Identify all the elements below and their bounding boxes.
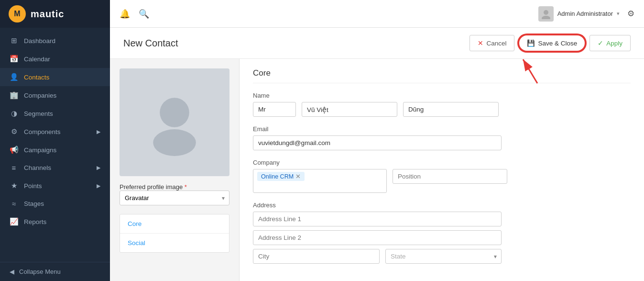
sidebar-item-segments[interactable]: ◑ Segments xyxy=(0,104,110,123)
dashboard-icon: ⊞ xyxy=(10,36,18,45)
state-select[interactable]: State xyxy=(385,249,502,264)
company-row: Online CRM ✕ xyxy=(253,169,631,193)
sidebar-label-dashboard: Dashboard xyxy=(24,37,55,45)
company-search-input[interactable] xyxy=(257,183,382,190)
sidebar-label-segments: Segments xyxy=(24,110,53,117)
sidebar-label-campaigns: Campaigns xyxy=(24,146,56,154)
page-title: New Contact xyxy=(123,38,178,49)
name-title-input[interactable] xyxy=(253,102,296,117)
save-close-wrapper: 💾 Save & Close xyxy=(518,34,586,52)
sidebar-label-reports: Reports xyxy=(24,218,46,225)
company-tag-input[interactable]: Online CRM ✕ xyxy=(253,169,387,193)
sidebar-item-campaigns[interactable]: 📢 Campaigns xyxy=(0,141,110,159)
svg-point-1 xyxy=(542,16,550,19)
address-label: Address xyxy=(253,202,631,209)
address-line1-input[interactable] xyxy=(253,212,502,226)
sidebar-item-calendar[interactable]: 📅 Calendar xyxy=(0,50,110,68)
sidebar-item-companies[interactable]: 🏢 Companies xyxy=(0,86,110,104)
name-last-input[interactable] xyxy=(403,102,499,117)
section-links: Core Social xyxy=(120,214,229,253)
cancel-label: Cancel xyxy=(486,40,506,47)
content-area: Preferred profile image * Gravatar ▾ Cor… xyxy=(110,59,644,281)
svg-point-5 xyxy=(153,129,196,156)
channels-arrow: ▶ xyxy=(97,165,100,171)
sidebar-item-channels[interactable]: ≡ Channels ▶ xyxy=(0,159,110,177)
sidebar-label-contacts: Contacts xyxy=(24,74,49,81)
save-icon: 💾 xyxy=(527,39,535,47)
companies-icon: 🏢 xyxy=(10,91,18,100)
gravatar-select[interactable]: Gravatar xyxy=(120,191,229,205)
sidebar-label-calendar: Calendar xyxy=(24,56,50,63)
gravatar-select-wrapper: Gravatar ▾ xyxy=(120,191,229,205)
components-icon: ⚙ xyxy=(10,127,18,136)
profile-image-group: Preferred profile image * Gravatar ▾ xyxy=(120,183,229,205)
collapse-label: Collapse Menu xyxy=(19,268,61,275)
name-label: Name xyxy=(253,92,631,99)
sidebar-nav: ⊞ Dashboard 📅 Calendar 👤 Contacts 🏢 Comp… xyxy=(0,28,110,262)
admin-name: Admin Administrator xyxy=(557,10,613,17)
name-group: Name xyxy=(253,92,631,117)
save-close-label: Save & Close xyxy=(538,40,577,47)
apply-button[interactable]: ✓ Apply xyxy=(589,35,631,51)
city-input[interactable] xyxy=(253,249,380,264)
points-icon: ★ xyxy=(10,181,18,190)
admin-user-button[interactable]: Admin Administrator ▾ xyxy=(538,6,620,22)
email-group: Email xyxy=(253,125,631,150)
cancel-button[interactable]: ✕ Cancel xyxy=(469,35,514,51)
components-arrow: ▶ xyxy=(97,129,100,135)
section-title: Core xyxy=(253,68,631,83)
sidebar-label-components: Components xyxy=(24,128,61,135)
address-group: Address State ▾ xyxy=(253,202,631,264)
gear-icon[interactable]: ⚙ xyxy=(627,9,634,19)
sidebar-label-channels: Channels xyxy=(24,164,51,171)
admin-dropdown-arrow: ▾ xyxy=(617,11,620,17)
profile-image-label: Preferred profile image * xyxy=(120,183,187,191)
app-name: mautic xyxy=(31,9,64,20)
city-state-row: State ▾ xyxy=(253,249,502,264)
sidebar-item-components[interactable]: ⚙ Components ▶ xyxy=(0,123,110,141)
page-header: New Contact ✕ Cancel 💾 Save & Close xyxy=(110,28,644,59)
sidebar-item-contacts[interactable]: 👤 Contacts xyxy=(0,68,110,86)
channels-icon: ≡ xyxy=(10,164,18,172)
sidebar-item-reports[interactable]: 📈 Reports xyxy=(0,213,110,231)
sidebar-item-points[interactable]: ★ Points ▶ xyxy=(0,177,110,195)
form-panel: Core Name Email Company xyxy=(239,59,644,281)
address-line2-input[interactable] xyxy=(253,230,502,245)
logo-icon: M xyxy=(9,5,26,22)
position-input[interactable] xyxy=(393,169,507,184)
topbar-right: Admin Administrator ▾ ⚙ xyxy=(538,6,634,22)
left-panel: Preferred profile image * Gravatar ▾ Cor… xyxy=(110,59,239,281)
action-buttons: ✕ Cancel 💾 Save & Close xyxy=(469,34,631,52)
bell-icon[interactable]: 🔔 xyxy=(120,9,130,19)
sidebar-item-dashboard[interactable]: ⊞ Dashboard xyxy=(0,32,110,50)
avatar-placeholder xyxy=(120,68,229,176)
company-tag-remove[interactable]: ✕ xyxy=(295,173,301,180)
avatar xyxy=(538,6,554,22)
calendar-icon: 📅 xyxy=(10,55,18,63)
save-close-button[interactable]: 💾 Save & Close xyxy=(518,34,586,52)
name-first-input[interactable] xyxy=(302,102,397,117)
section-link-core[interactable]: Core xyxy=(120,214,229,234)
required-star: * xyxy=(185,183,187,191)
svg-point-0 xyxy=(544,10,548,15)
section-link-social[interactable]: Social xyxy=(120,234,229,252)
main-content: 🔔 🔍 Admin Administrator ▾ ⚙ New Contact … xyxy=(110,0,644,281)
apply-check-icon: ✓ xyxy=(598,39,603,47)
sidebar-item-stages[interactable]: ≈ Stages xyxy=(0,195,110,213)
stages-icon: ≈ xyxy=(10,200,18,208)
search-icon[interactable]: 🔍 xyxy=(139,9,149,19)
topbar: 🔔 🔍 Admin Administrator ▾ ⚙ xyxy=(110,0,644,28)
email-input[interactable] xyxy=(253,135,502,150)
sidebar-label-companies: Companies xyxy=(24,92,56,99)
cancel-x-icon: ✕ xyxy=(478,39,483,47)
points-arrow: ▶ xyxy=(97,183,100,189)
collapse-menu-button[interactable]: ◀ Collapse Menu xyxy=(0,262,110,281)
segments-icon: ◑ xyxy=(10,109,18,118)
contacts-icon: 👤 xyxy=(10,73,18,81)
sidebar-label-points: Points xyxy=(24,182,42,190)
reports-icon: 📈 xyxy=(10,217,18,226)
name-row xyxy=(253,102,631,117)
logo-area[interactable]: M mautic xyxy=(0,0,110,28)
apply-label: Apply xyxy=(606,40,622,47)
email-label: Email xyxy=(253,125,631,133)
